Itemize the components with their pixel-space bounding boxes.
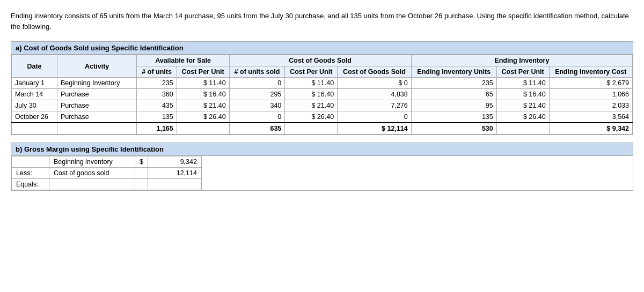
- cell-ei-cpu: $ 11.40: [496, 78, 549, 89]
- cell-date: July 30: [12, 100, 57, 111]
- cell-units-sold: 0: [229, 111, 285, 123]
- cell-ending-units: 95: [411, 100, 496, 111]
- col-ending-cost: Ending Inventory Cost: [549, 66, 632, 78]
- cell-activity: Purchase: [57, 89, 137, 100]
- section-a-box: a) Cost of Goods Sold using Specific Ide…: [11, 41, 633, 135]
- col-cogs-cpu: Cost Per Unit: [285, 66, 338, 78]
- cell-cogs-dollar: $ 11.40: [285, 78, 338, 89]
- col-date: Date: [12, 55, 57, 78]
- cell-cost-gs: 7,276: [338, 100, 412, 111]
- cell-date: October 26: [12, 111, 57, 123]
- cell-b-label2: Cost of goods sold: [49, 168, 135, 179]
- col-ending-cpu: Cost Per Unit: [496, 66, 549, 78]
- total-ei-cpu-blank: [496, 123, 549, 134]
- cell-b-dollar: [135, 168, 148, 179]
- total-row: 1,165 635 $ 12,114 530 $ 9,342: [12, 123, 633, 134]
- list-item: Beginning inventory $ 9,342: [12, 156, 202, 168]
- cell-b-label1: Less:: [12, 168, 49, 179]
- cell-ei-cpu: $ 26.40: [496, 111, 549, 123]
- intro-text: Ending inventory consists of 65 units fr…: [11, 11, 633, 32]
- cell-ending-units: 65: [411, 89, 496, 100]
- cell-b-label2: Beginning inventory: [49, 156, 135, 168]
- table-row: March 14 Purchase 360 $ 16.40 295 $ 16.4…: [12, 89, 633, 100]
- cell-b-dollar: [135, 179, 148, 190]
- col-num-units: # of units: [137, 66, 177, 78]
- cell-date: March 14: [12, 89, 57, 100]
- cell-b-value: [148, 179, 201, 190]
- cell-b-label1: Equals:: [12, 179, 49, 190]
- cell-b-label1: [12, 156, 49, 168]
- cell-cost-gs: $ 0: [338, 78, 412, 89]
- cell-cogs-dollar: $ 21.40: [285, 100, 338, 111]
- col-units-sold: # of units sold: [229, 66, 285, 78]
- cell-num-units: 135: [137, 111, 177, 123]
- cell-ending-units: 235: [411, 78, 496, 89]
- cell-units-sold: 295: [229, 89, 285, 100]
- cell-cpu: $ 11.40: [177, 78, 229, 89]
- cell-activity: Purchase: [57, 111, 137, 123]
- cell-ei-cost: 2,033: [549, 100, 632, 111]
- section-b-header: b) Gross Margin using Specific Identific…: [11, 143, 633, 156]
- cell-num-units: 435: [137, 100, 177, 111]
- cell-cost-gs: 0: [338, 111, 412, 123]
- total-cpu-blank: [177, 123, 229, 134]
- table-row: January 1 Beginning Inventory 235 $ 11.4…: [12, 78, 633, 89]
- cell-cpu: $ 21.40: [177, 100, 229, 111]
- group-cogs: Cost of Goods Sold: [229, 55, 411, 66]
- cell-b-value: 9,342: [148, 156, 201, 168]
- cell-units-sold: 0: [229, 78, 285, 89]
- section-a-header: a) Cost of Goods Sold using Specific Ide…: [11, 42, 633, 55]
- col-ending-units: Ending Inventory Units: [411, 66, 496, 78]
- total-num-units: 1,165: [137, 123, 177, 134]
- list-item: Equals:: [12, 179, 202, 190]
- table-row: October 26 Purchase 135 $ 26.40 0 $ 26.4…: [12, 111, 633, 123]
- cell-cogs-dollar: $ 16.40: [285, 89, 338, 100]
- total-ei-cost: $ 9,342: [549, 123, 632, 134]
- cell-cost-gs: 4,838: [338, 89, 412, 100]
- cell-ending-units: 135: [411, 111, 496, 123]
- total-label-date: [12, 123, 57, 134]
- total-units-sold: 635: [229, 123, 285, 134]
- total-label-activity: [57, 123, 137, 134]
- cell-cogs-dollar: $ 26.40: [285, 111, 338, 123]
- list-item: Less: Cost of goods sold 12,114: [12, 168, 202, 179]
- cell-num-units: 360: [137, 89, 177, 100]
- cell-ei-cpu: $ 21.40: [496, 100, 549, 111]
- cell-b-label2: [49, 179, 135, 190]
- cell-ei-cost: 3,564: [549, 111, 632, 123]
- group-ending: Ending Inventory: [411, 55, 632, 66]
- group-available: Available for Sale: [137, 55, 229, 66]
- col-cost-goods-sold: Cost of Goods Sold: [338, 66, 412, 78]
- section-b-table: Beginning inventory $ 9,342 Less: Cost o…: [11, 156, 202, 190]
- cell-b-dollar: $: [135, 156, 148, 168]
- cell-date: January 1: [12, 78, 57, 89]
- cell-cpu: $ 16.40: [177, 89, 229, 100]
- cell-units-sold: 340: [229, 100, 285, 111]
- cell-activity: Purchase: [57, 100, 137, 111]
- table-row: July 30 Purchase 435 $ 21.40 340 $ 21.40…: [12, 100, 633, 111]
- cell-cpu: $ 26.40: [177, 111, 229, 123]
- cell-activity: Beginning Inventory: [57, 78, 137, 89]
- total-cogs-blank: [285, 123, 338, 134]
- col-cost-per-unit: Cost Per Unit: [177, 66, 229, 78]
- total-ending-units: 530: [411, 123, 496, 134]
- cell-num-units: 235: [137, 78, 177, 89]
- cell-ei-cost: $ 2,679: [549, 78, 632, 89]
- section-a-table: Date Activity Available for Sale Cost of…: [11, 55, 633, 134]
- section-b-box: b) Gross Margin using Specific Identific…: [11, 143, 633, 191]
- cell-ei-cost: 1,066: [549, 89, 632, 100]
- cell-ei-cpu: $ 16.40: [496, 89, 549, 100]
- total-cost-gs: $ 12,114: [338, 123, 412, 134]
- col-activity: Activity: [57, 55, 137, 78]
- cell-b-value: 12,114: [148, 168, 201, 179]
